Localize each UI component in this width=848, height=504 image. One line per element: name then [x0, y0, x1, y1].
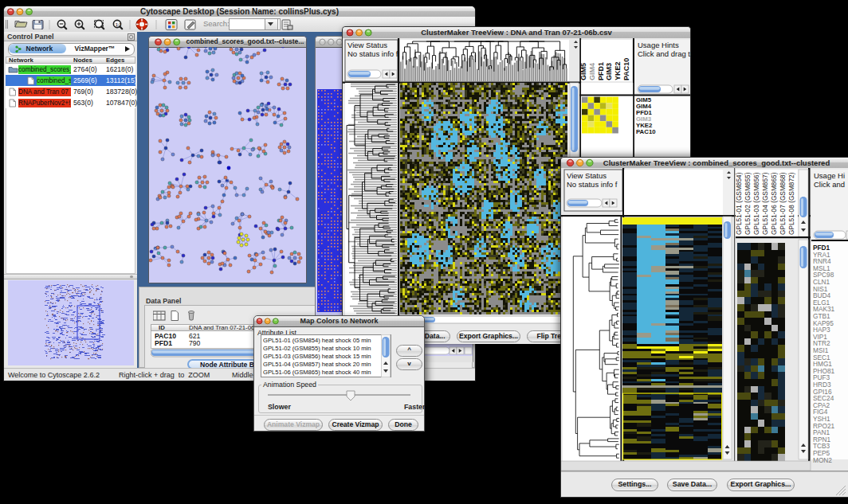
svg-text:PAC10: PAC10	[636, 128, 656, 135]
svg-text:Usage Hints: Usage Hints	[638, 41, 679, 49]
svg-text:PFD1: PFD1	[597, 62, 605, 80]
svg-text:PAC10: PAC10	[622, 58, 630, 80]
svg-text:GPL51-08 (GSM872): GPL51-08 (GSM872)	[787, 172, 795, 235]
svg-text:Click and: Click and	[814, 180, 845, 189]
svg-text:GPL51-04 (GSM857): GPL51-04 (GSM857)	[761, 172, 769, 235]
svg-text:YKE2: YKE2	[614, 61, 622, 80]
svg-text:GPL51-07 (GSM868): GPL51-07 (GSM868)	[779, 172, 787, 235]
svg-text:Click and drag to: Click and drag to	[638, 49, 690, 58]
svg-text:No status info f: No status info f	[347, 49, 398, 58]
svg-text:View Status: View Status	[567, 171, 607, 180]
svg-text:MON2: MON2	[813, 456, 832, 464]
svg-text:GPL51-06 (GSM865): GPL51-06 (GSM865)	[770, 172, 778, 235]
svg-text:GPL51-01 (GSM854): GPL51-01 (GSM854)	[735, 172, 743, 235]
svg-text:GIM5: GIM5	[579, 63, 587, 80]
svg-text:Usage Hi: Usage Hi	[814, 171, 845, 180]
svg-text:GIM4: GIM4	[588, 63, 596, 80]
svg-text:GPL51-02 (GSM855): GPL51-02 (GSM855)	[744, 172, 752, 235]
svg-text:GPL51-03 (GSM856): GPL51-03 (GSM856)	[752, 172, 760, 235]
svg-text:No status info f: No status info f	[567, 180, 618, 189]
svg-text:GIM3: GIM3	[605, 63, 613, 80]
svg-text:1:1: 1:1	[116, 22, 121, 27]
svg-text:View Status: View Status	[347, 41, 387, 49]
